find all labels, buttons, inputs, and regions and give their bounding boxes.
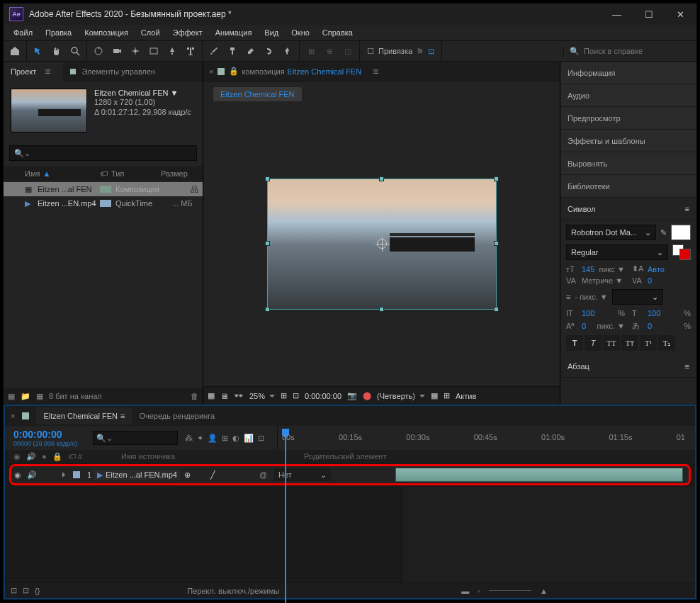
stroke-type-select[interactable]: ⌄	[612, 289, 663, 305]
panel-menu-icon[interactable]: ≡	[367, 66, 384, 77]
resolution-select[interactable]: (Четверть)	[377, 392, 425, 400]
handle-tr[interactable]	[494, 176, 499, 181]
timeline-tab[interactable]: Eitzen Chemical FEN ≡	[36, 407, 132, 424]
draft3d-icon[interactable]: ✦	[197, 434, 203, 443]
zoom-slider[interactable]: ▬ ◦ ▲	[461, 587, 548, 595]
stroke-color[interactable]	[672, 244, 691, 260]
timeline-search[interactable]: 🔍⌄	[93, 431, 178, 445]
new-comp-icon[interactable]: ▦	[36, 392, 43, 401]
trash-icon[interactable]: 🗑	[191, 392, 198, 400]
panel-info[interactable]: Информация	[560, 62, 696, 84]
parent-pickwhip-icon[interactable]: @	[259, 470, 267, 479]
active-camera[interactable]: Актив	[456, 392, 476, 400]
snapshot-icon[interactable]: 📷	[347, 391, 357, 400]
roto-tool[interactable]	[261, 43, 278, 60]
selected-layer[interactable]	[268, 179, 496, 309]
col-name[interactable]: Имя	[25, 169, 40, 178]
panel-paragraph[interactable]: Абзац≡	[560, 355, 696, 378]
parent-select[interactable]: Нет⌄	[274, 468, 331, 481]
project-item-video[interactable]: ▶ Eitzen ...EN.mp4 QuickTime ... МБ	[4, 196, 203, 210]
mask-icon[interactable]: 👓	[234, 391, 244, 400]
type-tool[interactable]	[182, 43, 199, 60]
allcaps-button[interactable]: TT	[603, 335, 620, 351]
pen-tool[interactable]	[164, 43, 181, 60]
zoom-out-icon[interactable]: ▬	[461, 587, 469, 595]
clone-tool[interactable]	[224, 43, 241, 60]
close-tab-icon[interactable]: ×	[11, 412, 15, 420]
help-search[interactable]: 🔍	[563, 47, 696, 56]
rect-tool[interactable]	[145, 43, 162, 60]
anchor-point[interactable]	[377, 239, 387, 249]
channel-icon[interactable]: ⬤	[363, 391, 371, 400]
help-search-input[interactable]	[580, 47, 691, 55]
brush-tool[interactable]	[205, 43, 222, 60]
zoom-level[interactable]: 25%	[249, 392, 275, 400]
flowchart-icon[interactable]: 品	[191, 184, 198, 195]
viewer-comp-name[interactable]: Eitzen Chemical FEN	[288, 67, 362, 76]
comp-flowchart-icon[interactable]: ⁂	[185, 434, 193, 443]
panel-preview[interactable]: Предпросмотр	[560, 107, 696, 130]
col-type[interactable]: Тип	[111, 169, 161, 178]
time-ruler[interactable]: 00s 00:15s 00:30s 00:45s 01:00s 01:15s 0…	[277, 426, 695, 450]
hand-tool[interactable]	[48, 43, 65, 60]
project-search[interactable]: 🔍⌄	[9, 145, 197, 161]
panel-menu-icon[interactable]: ≡	[39, 66, 56, 77]
font-style-select[interactable]: Regular⌄	[566, 244, 668, 260]
current-time[interactable]: 0:00:00:00	[305, 392, 341, 400]
menu-file[interactable]: Файл	[8, 26, 38, 39]
puppet-tool[interactable]	[279, 43, 296, 60]
col-parent[interactable]: Родительский элемент	[301, 452, 389, 461]
selection-tool[interactable]	[30, 43, 47, 60]
snap-bounds-icon[interactable]: ⊡	[428, 47, 434, 56]
menu-layer[interactable]: Слой	[135, 26, 166, 39]
toggle-switches-icon[interactable]: ⊡	[23, 586, 29, 595]
label-color[interactable]	[100, 200, 111, 207]
comp-name[interactable]: Eitzen Chemical FEN ▼	[94, 89, 191, 97]
col-source-name[interactable]: Имя источника	[118, 452, 178, 461]
graph-editor-icon[interactable]: 📊	[244, 434, 254, 443]
bit-depth[interactable]: 8 бит на канал	[49, 392, 102, 400]
tsume-input[interactable]: 0	[648, 322, 681, 330]
layer-row[interactable]: ◉ 🔊 1 ▶Eitzen ...al FEN.mp4 ⊕ ╱ @ Нет⌄	[11, 468, 395, 481]
layer-name[interactable]: Eitzen ...al FEN.mp4	[106, 470, 177, 479]
motion-blur-icon[interactable]: ◐	[232, 434, 239, 443]
orbit-tool[interactable]	[90, 43, 107, 60]
tag-icon[interactable]: 🏷	[100, 169, 111, 178]
layer-chip[interactable]: Eitzen Chemical FEN	[213, 87, 302, 101]
panel-menu-icon[interactable]: ≡	[685, 205, 689, 213]
leading-input[interactable]: Авто	[648, 265, 691, 274]
panel-effects[interactable]: Эффекты и шаблоны	[560, 130, 696, 152]
switch-icon[interactable]: ⊕	[183, 470, 193, 480]
eraser-tool[interactable]	[242, 43, 259, 60]
close-button[interactable]: ✕	[665, 4, 696, 25]
mag-ratio-icon[interactable]: ▦	[208, 391, 215, 400]
tracking-input[interactable]: 0	[648, 276, 691, 285]
menu-help[interactable]: Справка	[317, 26, 359, 39]
handle-bl[interactable]	[265, 307, 270, 312]
handle-ml[interactable]	[265, 241, 270, 246]
zoom-tool[interactable]	[67, 43, 84, 60]
handle-bc[interactable]	[379, 307, 384, 312]
handle-mr[interactable]	[494, 241, 499, 246]
panel-align[interactable]: Выровнять	[560, 152, 696, 175]
snap-checkbox[interactable]: ☐	[367, 47, 374, 56]
frame-blend-icon[interactable]: ⊞	[222, 434, 228, 443]
panel-libraries[interactable]: Библиотеки	[560, 175, 696, 198]
font-family-select[interactable]: Robotron Dot Ma...⌄	[566, 225, 656, 240]
folder-icon[interactable]: 📁	[21, 392, 30, 401]
camera-tool[interactable]	[108, 43, 125, 60]
menu-animation[interactable]: Анимация	[210, 26, 258, 39]
vscale-input[interactable]: 100	[582, 309, 615, 317]
tab-effect-controls[interactable]: Элементы управлен	[63, 63, 162, 80]
menu-window[interactable]: Окно	[286, 26, 315, 39]
toggle-switches-icon[interactable]: ⊡	[11, 586, 17, 595]
menu-view[interactable]: Вид	[259, 26, 284, 39]
shy-icon[interactable]: 👤	[208, 434, 218, 443]
baseline-input[interactable]: 0	[582, 322, 594, 330]
handle-tl[interactable]	[265, 176, 270, 181]
close-tab-icon[interactable]: ×	[209, 67, 213, 76]
label-color[interactable]	[73, 471, 80, 478]
switch-icon[interactable]: ╱	[208, 470, 218, 480]
canvas[interactable]	[203, 101, 560, 386]
toggle-switches-icon[interactable]: {}	[35, 587, 40, 595]
